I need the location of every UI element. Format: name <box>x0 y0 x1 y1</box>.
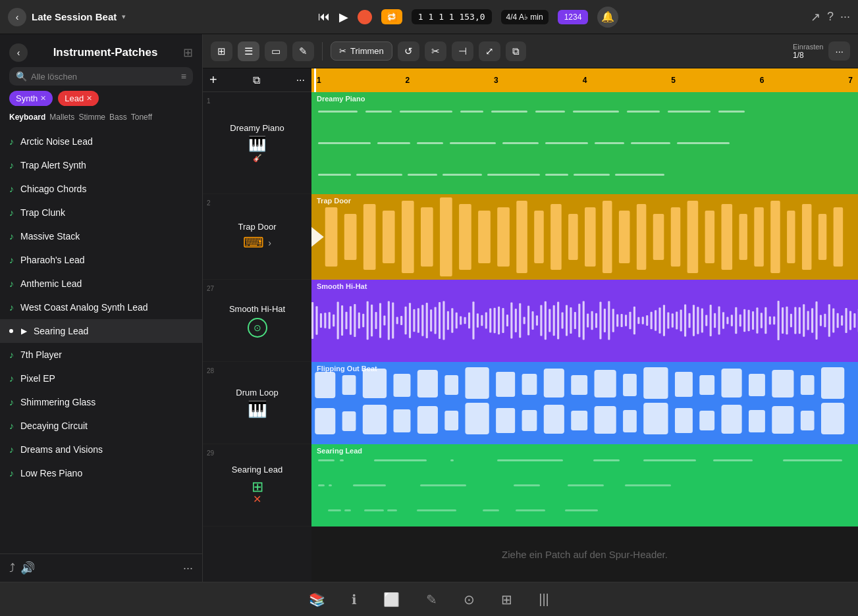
browser-icon[interactable]: ⬜ <box>383 592 400 607</box>
loop-tool-button[interactable]: ↺ <box>398 41 419 61</box>
loop-button[interactable]: 🔁 <box>381 9 402 24</box>
more-options-icon[interactable]: ··· <box>840 10 850 24</box>
note-icon: ♪ <box>9 468 14 478</box>
track-content-trap-door[interactable]: Trap Door <box>311 194 858 280</box>
track-content-dreamy-piano[interactable]: Dreamy Piano <box>311 92 858 194</box>
synth-tag[interactable]: Synth ✕ <box>9 91 53 106</box>
svg-rect-200 <box>772 406 793 434</box>
list-item[interactable]: ♪ 7th Player <box>0 343 202 367</box>
svg-rect-103 <box>616 315 618 327</box>
play-button[interactable]: ▶ <box>339 10 348 24</box>
speaker-icon[interactable]: 🔊 <box>20 561 35 575</box>
category-stimme[interactable]: Stimme <box>78 111 105 123</box>
share-icon[interactable]: ↗ <box>811 10 820 24</box>
list-item[interactable]: ♪ Anthemic Lead <box>0 272 202 295</box>
list-item-searing-lead[interactable]: ▶ Searing Lead <box>0 319 202 343</box>
svg-rect-19 <box>653 214 664 260</box>
list-item[interactable]: ♪ Trap Alert Synth <box>0 153 202 177</box>
list-item[interactable]: ♪ Decaying Circuit <box>0 414 202 438</box>
list-view-button[interactable]: ☰ <box>238 41 259 61</box>
list-item[interactable]: ♪ West Coast Analog Synth Lead <box>0 295 202 319</box>
rewind-button[interactable]: ⏮ <box>318 10 330 24</box>
project-dropdown-arrow[interactable]: ▾ <box>122 13 126 21</box>
svg-rect-51 <box>396 317 398 324</box>
svg-rect-172 <box>595 370 616 398</box>
record-button[interactable] <box>358 10 372 24</box>
note-line <box>643 459 696 461</box>
split-button[interactable]: ⊣ <box>452 41 473 61</box>
synth-tag-label: Synth <box>16 93 38 103</box>
track-header-drum-loop[interactable]: 28 Drum Loop 🎹 <box>203 362 311 444</box>
list-item[interactable]: ♪ Low Res Piano <box>0 461 202 485</box>
info-icon[interactable]: ℹ <box>352 592 357 607</box>
track-header-searing-lead[interactable]: 29 Searing Lead ⊞ ✕ <box>203 444 311 526</box>
search-bar[interactable]: 🔍 ≡ <box>9 67 193 86</box>
bottom-bar: 📚 ℹ ⬜ ✎ ⊙ ⊞ ||| <box>0 582 858 616</box>
import-icon[interactable]: ⤴ <box>9 561 15 575</box>
panel-header: ‹ Instrument-Patches ⊞ <box>0 34 202 67</box>
list-item[interactable]: ♪ Massive Stack <box>0 224 202 248</box>
track-content-searing-lead[interactable]: Searing Lead <box>311 444 858 526</box>
mixer-icon[interactable]: ⊞ <box>501 592 512 607</box>
track-header-smooth-hihat[interactable]: 27 Smooth Hi-Hat ⊙ <box>203 280 311 362</box>
svg-rect-38 <box>341 305 343 336</box>
trim-button[interactable]: ✂ Trimmen <box>331 41 392 61</box>
track-number: 27 <box>207 285 214 292</box>
svg-rect-55 <box>413 309 415 332</box>
panel-back-button[interactable]: ‹ <box>9 43 28 62</box>
key-button[interactable]: 1234 <box>558 10 589 24</box>
piano-icon[interactable]: ||| <box>539 592 549 607</box>
settings-icon[interactable]: ⊙ <box>464 592 475 607</box>
category-keyboard[interactable]: Keyboard <box>9 111 45 123</box>
svg-rect-117 <box>676 312 678 330</box>
list-item[interactable]: ♪ Trap Clunk <box>0 201 202 224</box>
list-item[interactable]: ♪ Pharaoh's Lead <box>0 248 202 272</box>
svg-rect-145 <box>794 307 796 334</box>
library-icon[interactable]: 📚 <box>309 592 325 607</box>
searing-lead-notes <box>311 444 858 526</box>
filter-icon[interactable]: ≡ <box>181 71 186 82</box>
instrument-list: ♪ Arctic Noise Lead ♪ Trap Alert Synth ♪… <box>0 130 202 553</box>
track-header-dreamy-piano[interactable]: 1 Dreamy Piano 🎹 🎸 <box>203 92 311 194</box>
copy-button[interactable]: ⧉ <box>506 41 526 61</box>
track-content-smooth-hihat[interactable]: Smooth Hi-Hat <box>311 280 858 362</box>
lead-tag-label: Lead <box>65 93 84 103</box>
footer-more-icon[interactable]: ··· <box>183 561 193 575</box>
svg-rect-106 <box>629 312 631 329</box>
cut-tool-button[interactable]: ✂ <box>425 41 446 61</box>
lead-tag-remove[interactable]: ✕ <box>86 94 92 103</box>
group-track-button[interactable]: ⧉ <box>253 74 260 86</box>
svg-rect-7 <box>440 197 452 276</box>
list-item[interactable]: ♪ Arctic Noise Lead <box>0 130 202 153</box>
back-button[interactable]: ‹ <box>8 8 26 26</box>
note-line <box>364 509 384 511</box>
add-track-button[interactable]: + <box>209 72 217 88</box>
list-item[interactable]: ♪ Dreams and Visions <box>0 438 202 461</box>
toolbar-more-button[interactable]: ··· <box>828 41 850 61</box>
metronome-button[interactable]: 🔔 <box>597 7 618 28</box>
edit-button[interactable]: ✎ <box>292 41 314 61</box>
category-bass[interactable]: Bass <box>109 111 127 123</box>
list-item[interactable]: ♪ Shimmering Glass <box>0 390 202 414</box>
track-more-button[interactable]: ··· <box>296 74 305 86</box>
svg-rect-97 <box>591 311 593 330</box>
help-icon[interactable]: ? <box>827 10 834 24</box>
svg-rect-65 <box>456 313 458 328</box>
category-toneff[interactable]: Toneff <box>131 111 152 123</box>
svg-rect-159 <box>853 313 855 328</box>
track-content-drum-loop[interactable]: Flipping Out Beat <box>311 362 858 444</box>
lead-tag[interactable]: Lead ✕ <box>58 91 99 106</box>
list-item[interactable]: ♪ Pixel EP <box>0 367 202 390</box>
search-input[interactable] <box>31 72 177 82</box>
track-header-trap-door[interactable]: 2 Trap Door ⌨ › <box>203 194 311 280</box>
expand-arrow[interactable]: › <box>268 238 271 248</box>
grid-view-button[interactable]: ⊞ <box>211 41 232 61</box>
resize-button[interactable]: ⤢ <box>479 41 500 61</box>
list-item[interactable]: ♪ Chicago Chords <box>0 177 202 201</box>
synth-tag-remove[interactable]: ✕ <box>40 94 46 103</box>
category-mallets[interactable]: Mallets <box>49 111 74 123</box>
svg-rect-120 <box>688 313 690 328</box>
pencil-icon[interactable]: ✎ <box>426 592 437 607</box>
svg-rect-74 <box>494 308 496 333</box>
arrange-view-button[interactable]: ▭ <box>265 41 287 61</box>
